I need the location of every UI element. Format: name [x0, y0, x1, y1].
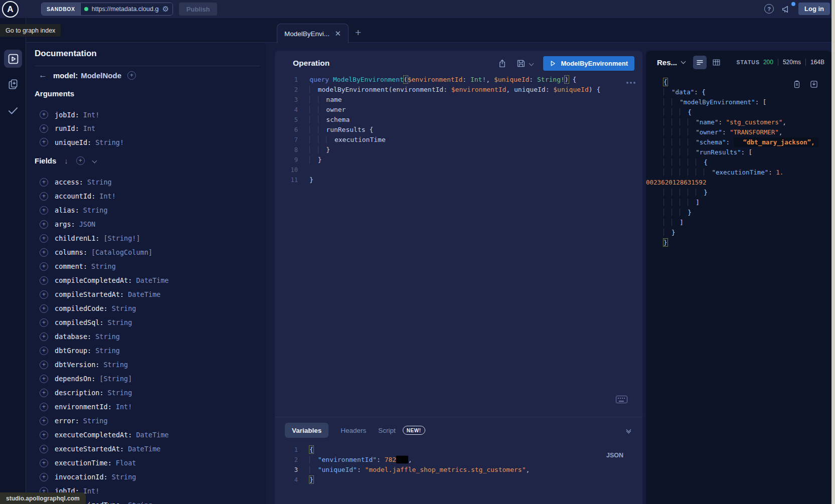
add-to-query-icon[interactable]: + [40, 361, 48, 369]
add-to-query-icon[interactable]: + [40, 445, 48, 453]
keyboard-shortcuts-icon[interactable] [616, 396, 627, 403]
field-name[interactable]: invocationId: [55, 473, 108, 481]
field-name[interactable]: comment: [55, 262, 87, 270]
apollo-logo-icon[interactable]: A [2, 1, 19, 18]
breadcrumb-type[interactable]: ModelNode [81, 71, 121, 80]
add-to-query-icon[interactable]: + [40, 248, 48, 257]
field-type[interactable]: Float [116, 459, 136, 467]
field-type[interactable]: String! [95, 138, 124, 146]
code-line[interactable]: 3 name [275, 95, 642, 105]
save-options-chevron-icon[interactable] [529, 61, 534, 66]
add-to-query-icon[interactable]: + [40, 192, 48, 201]
tab-close-icon[interactable]: ✕ [335, 29, 341, 38]
code-line[interactable]: "executionTime": 1. [646, 167, 829, 178]
sort-fields-icon[interactable]: ↓ [64, 156, 68, 165]
response-json-viewer[interactable]: { "data": { "modelByEnvironment": [ { "n… [646, 77, 829, 248]
endpoint-url-input[interactable]: https://metadata.cloud.getd ⚙ [81, 3, 173, 15]
field-type[interactable]: [String] [99, 375, 132, 383]
sidebar-item-checks[interactable] [7, 104, 19, 116]
field-type[interactable]: String [87, 178, 112, 186]
tab-variables[interactable]: Variables [285, 423, 328, 438]
download-response-icon[interactable] [809, 80, 818, 89]
field-type[interactable]: Int! [116, 403, 132, 411]
field-name[interactable]: database: [55, 332, 91, 341]
add-to-query-icon[interactable]: + [40, 375, 48, 383]
add-to-query-icon[interactable]: + [40, 318, 48, 327]
add-to-query-icon[interactable]: + [40, 262, 48, 271]
copy-response-icon[interactable] [792, 80, 801, 89]
field-row[interactable]: +runId:Int [27, 122, 265, 136]
share-operation-icon[interactable] [497, 59, 507, 68]
field-type[interactable]: Int! [83, 111, 100, 119]
field-row[interactable]: +environmentId:Int! [27, 400, 265, 414]
add-to-query-icon[interactable]: + [40, 347, 48, 355]
field-type[interactable]: String [103, 361, 128, 369]
field-type[interactable]: [String!] [103, 234, 140, 242]
page-scrollbar[interactable] [831, 0, 835, 504]
field-type[interactable]: String [112, 304, 136, 312]
field-name[interactable]: compileCompletedAt: [55, 276, 132, 284]
field-type[interactable]: DateTime [128, 290, 160, 298]
code-line[interactable]: "data": { [646, 87, 829, 97]
field-type[interactable]: Int! [99, 192, 116, 200]
response-title[interactable]: Res... [657, 58, 677, 67]
code-line[interactable]: 5 schema [275, 115, 642, 125]
code-line[interactable]: } [646, 238, 829, 248]
field-type[interactable]: String [83, 206, 108, 214]
field-row[interactable]: +compiledSql:String [27, 315, 265, 329]
field-type[interactable]: DateTime [128, 445, 160, 453]
field-row[interactable]: +columns:[CatalogColumn] [27, 245, 265, 259]
add-to-query-icon[interactable]: + [40, 332, 48, 341]
field-name[interactable]: args: [55, 220, 75, 228]
code-line[interactable]: } [646, 228, 829, 238]
add-to-query-icon[interactable]: + [40, 290, 48, 299]
field-row[interactable]: +invocationId:String [27, 470, 265, 484]
code-line[interactable]: 1query ModelByEnvironment($environmentId… [275, 75, 642, 85]
field-name[interactable]: uniqueId: [55, 138, 91, 146]
chevron-down-icon[interactable] [92, 158, 97, 163]
add-to-query-icon[interactable]: + [40, 124, 48, 133]
add-fields-icon[interactable]: + [76, 156, 85, 165]
field-row[interactable]: +compileCompletedAt:DateTime [27, 273, 265, 287]
field-name[interactable]: compiledCode: [55, 304, 108, 312]
sidebar-item-explorer[interactable] [4, 50, 22, 68]
tab-script[interactable]: Script [378, 427, 396, 434]
add-to-query-icon[interactable]: + [40, 403, 48, 411]
field-row[interactable]: +accountId:Int! [27, 189, 265, 203]
field-type[interactable]: String [112, 473, 136, 481]
field-type[interactable]: String [95, 332, 120, 341]
add-to-query-icon[interactable]: + [40, 220, 48, 229]
add-to-query-icon[interactable]: + [40, 138, 48, 146]
breadcrumb-field[interactable]: model: [53, 71, 78, 80]
announcements-megaphone-icon[interactable] [781, 4, 791, 14]
field-row[interactable]: +dbtGroup:String [27, 344, 265, 358]
code-line[interactable]: "runResults": [ [646, 147, 829, 157]
add-to-query-icon[interactable]: + [40, 389, 48, 397]
code-line[interactable]: 6 runResults { [275, 125, 642, 135]
field-name[interactable]: executeStartedAt: [55, 445, 124, 453]
code-line[interactable]: "schema": “dbt_mary_jackson”, [646, 137, 829, 147]
endpoint-url-text[interactable]: https://metadata.cloud.getd [92, 6, 159, 13]
field-name[interactable]: dbtVersion: [55, 361, 99, 369]
connection-settings-gear-icon[interactable]: ⚙ [162, 5, 169, 14]
code-line[interactable]: 9 } [275, 155, 642, 165]
code-line[interactable]: 3 "uniqueId": "model.jaffle_shop_metrics… [275, 465, 642, 475]
code-line[interactable]: 4} [275, 475, 642, 485]
sidebar-item-schema-diff[interactable] [7, 78, 19, 90]
new-tab-icon[interactable]: + [355, 27, 361, 39]
add-all-fields-icon[interactable]: + [127, 71, 136, 80]
field-name[interactable]: accountId: [55, 192, 95, 200]
code-line[interactable]: 2 modelByEnvironment(environmentId: $env… [275, 85, 642, 95]
variables-editor[interactable]: 1{2 "environmentId": 782███,3 "uniqueId"… [275, 445, 642, 485]
field-type[interactable]: String [95, 347, 120, 355]
field-type[interactable]: String [128, 501, 152, 504]
field-type[interactable]: JSON [79, 220, 96, 228]
field-row[interactable]: +dbtVersion:String [27, 358, 265, 372]
operation-editor[interactable]: 1query ModelByEnvironment($environmentId… [275, 75, 642, 185]
login-button[interactable]: Log in [798, 3, 830, 15]
code-line[interactable]: } [646, 208, 829, 218]
code-line[interactable]: ] [646, 198, 829, 208]
field-name[interactable]: environmentId: [55, 403, 112, 411]
code-line[interactable]: { [646, 157, 829, 167]
field-row[interactable]: +executeStartedAt:DateTime [27, 442, 265, 456]
